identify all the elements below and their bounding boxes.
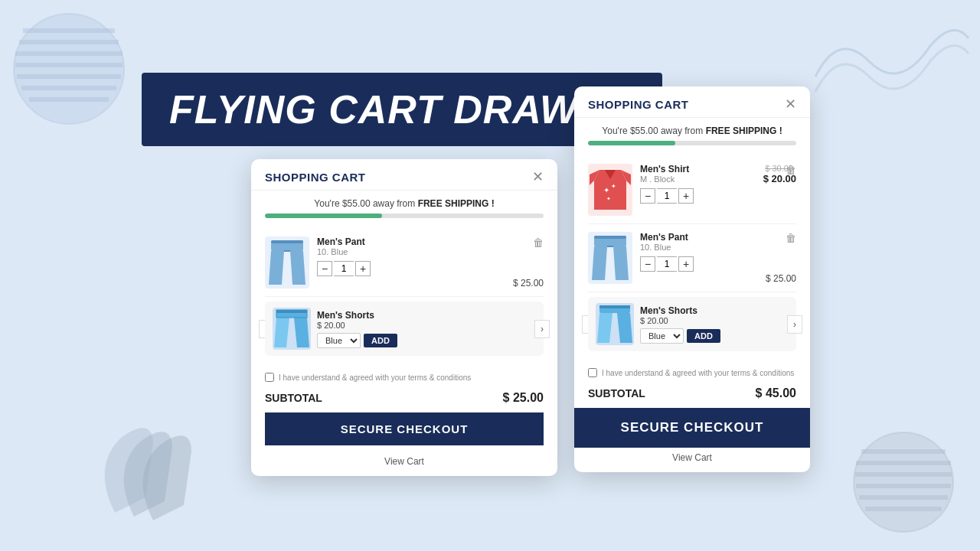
item-delete-shirt-2[interactable]: 🗑 bbox=[786, 164, 796, 176]
shipping-text-2: You're $55.00 away from FREE SHIPPING ! bbox=[588, 126, 796, 136]
view-cart-link-2[interactable]: View Cart bbox=[574, 448, 810, 472]
qty-minus-pants-1[interactable]: − bbox=[317, 261, 332, 276]
cart-item-pants-1: Men's Pant 10. Blue − 1 + $ 25.00 🗑 bbox=[265, 229, 544, 297]
qty-plus-pants-1[interactable]: + bbox=[355, 261, 371, 276]
qty-plus-shirt-2[interactable]: + bbox=[678, 188, 694, 204]
qty-value-shirt-2: 1 bbox=[657, 188, 677, 204]
cart-title-2: SHOPPING CART bbox=[588, 98, 689, 111]
item-delete-pants-2[interactable]: 🗑 bbox=[786, 232, 796, 244]
cart-card-1: SHOPPING CART ✕ You're $55.00 away from … bbox=[251, 159, 557, 476]
qty-control-pants-2: − 1 + bbox=[640, 256, 758, 272]
shipping-bar-section-2: You're $55.00 away from FREE SHIPPING ! bbox=[574, 118, 810, 150]
svg-rect-21 bbox=[271, 240, 303, 243]
progress-bar-fill-1 bbox=[265, 214, 382, 218]
svg-text:✦: ✦ bbox=[606, 196, 611, 201]
upsell-section-2: ‹ Men's Shorts $ 20.00 bbox=[588, 297, 796, 351]
scene: FLYING CART DRAWER SHOPPING CART ✕ You'r… bbox=[0, 0, 980, 551]
upsell-color-select-1[interactable]: Blue bbox=[317, 333, 361, 348]
terms-row-1: I have understand & agreed with your ter… bbox=[251, 367, 557, 386]
item-details-shirt-2: Men's Shirt M . Block − 1 + bbox=[640, 164, 756, 204]
svg-marker-23 bbox=[274, 318, 289, 347]
blob-top-left bbox=[8, 8, 138, 138]
upsell-nav-right-1[interactable]: › bbox=[534, 320, 550, 338]
svg-text:✦: ✦ bbox=[603, 186, 609, 194]
upsell-name-1: Men's Shorts bbox=[317, 310, 536, 321]
item-variant-shirt-2: M . Block bbox=[640, 174, 756, 184]
terms-checkbox-1[interactable] bbox=[265, 373, 274, 382]
checkout-button-2[interactable]: SECURE CHECKOUT bbox=[574, 408, 810, 448]
subtotal-row-1: SUBTOTAL $ 25.00 bbox=[251, 386, 557, 412]
cart-item-pants-2: Men's Pant 10. Blue − 1 + $ 25.00 🗑 bbox=[588, 224, 796, 292]
view-cart-link-1[interactable]: View Cart bbox=[251, 452, 557, 476]
svg-rect-25 bbox=[276, 310, 307, 313]
item-variant-pants-1: 10. Blue bbox=[317, 247, 505, 256]
item-details-pants-1: Men's Pant 10. Blue − 1 + bbox=[317, 236, 505, 276]
upsell-controls-1: Blue ADD bbox=[317, 333, 536, 348]
upsell-controls-2: Blue ADD bbox=[640, 328, 789, 344]
terms-label-1: I have understand & agreed with your ter… bbox=[279, 373, 471, 382]
qty-control-shirt-2: − 1 + bbox=[640, 188, 756, 204]
progress-bar-fill-2 bbox=[588, 141, 675, 145]
item-name-shirt-2: Men's Shirt bbox=[640, 164, 756, 174]
shipping-bar-section-1: You're $55.00 away from FREE SHIPPING ! bbox=[251, 191, 557, 223]
cart-title-1: SHOPPING CART bbox=[265, 171, 366, 184]
qty-plus-pants-2[interactable]: + bbox=[678, 256, 694, 272]
upsell-info-2: Men's Shorts $ 20.00 Blue ADD bbox=[640, 305, 789, 344]
upsell-row-1: Men's Shorts $ 20.00 Blue ADD bbox=[265, 302, 544, 356]
cart-items-1: Men's Pant 10. Blue − 1 + $ 25.00 🗑 ‹ bbox=[251, 223, 557, 367]
subtotal-row-2: SUBTOTAL $ 45.00 bbox=[574, 382, 810, 408]
upsell-price-1: $ 20.00 bbox=[317, 321, 536, 330]
qty-control-pants-1: − 1 + bbox=[317, 261, 505, 276]
upsell-image-1 bbox=[273, 308, 311, 350]
squiggle-top-right bbox=[808, 15, 976, 138]
terms-row-2: I have understand & agreed with your ter… bbox=[574, 362, 810, 382]
svg-rect-38 bbox=[594, 236, 626, 239]
terms-checkbox-2[interactable] bbox=[588, 368, 597, 377]
page-title: FLYING CART DRAWER bbox=[169, 86, 635, 132]
upsell-info-1: Men's Shorts $ 20.00 Blue ADD bbox=[317, 310, 536, 348]
item-price-pants-2: $ 25.00 bbox=[766, 273, 796, 284]
item-price-pants-1: $ 25.00 bbox=[513, 278, 544, 289]
upsell-add-button-1[interactable]: ADD bbox=[364, 334, 397, 347]
svg-marker-24 bbox=[294, 318, 309, 347]
upsell-name-2: Men's Shorts bbox=[640, 305, 789, 316]
cart-header-1: SHOPPING CART ✕ bbox=[251, 159, 557, 191]
subtotal-label-1: SUBTOTAL bbox=[265, 392, 322, 404]
item-name-pants-1: Men's Pant bbox=[317, 236, 505, 247]
upsell-nav-right-2[interactable]: › bbox=[787, 315, 802, 334]
upsell-price-2: $ 20.00 bbox=[640, 316, 789, 325]
svg-text:✦: ✦ bbox=[611, 183, 616, 190]
qty-minus-pants-2[interactable]: − bbox=[640, 256, 655, 272]
item-delete-pants-1[interactable]: 🗑 bbox=[533, 236, 544, 249]
subtotal-label-2: SUBTOTAL bbox=[588, 387, 645, 399]
item-name-pants-2: Men's Pant bbox=[640, 232, 758, 243]
svg-marker-40 bbox=[597, 313, 612, 343]
close-button-2[interactable]: ✕ bbox=[785, 97, 796, 111]
checkout-button-1[interactable]: SECURE CHECKOUT bbox=[265, 412, 544, 445]
qty-minus-shirt-2[interactable]: − bbox=[640, 188, 655, 204]
item-image-shirt-2: ✦ ✦ ✦ bbox=[588, 164, 632, 216]
item-details-pants-2: Men's Pant 10. Blue − 1 + bbox=[640, 232, 758, 272]
subtotal-value-1: $ 25.00 bbox=[503, 391, 544, 405]
cart-card-2: SHOPPING CART ✕ You're $55.00 away from … bbox=[574, 86, 810, 472]
item-image-pants-1 bbox=[265, 236, 309, 289]
svg-rect-42 bbox=[599, 305, 630, 308]
upsell-row-2: Men's Shorts $ 20.00 Blue ADD bbox=[588, 297, 796, 351]
svg-marker-36 bbox=[613, 246, 629, 280]
cart-item-shirt-2: ✦ ✦ ✦ Men's Shirt M . Block − 1 + $ 30.0… bbox=[588, 156, 796, 224]
cart-items-2: ✦ ✦ ✦ Men's Shirt M . Block − 1 + $ 30.0… bbox=[574, 150, 810, 362]
upsell-image-2 bbox=[596, 303, 634, 345]
progress-bar-bg-2 bbox=[588, 141, 796, 145]
shipping-text-1: You're $55.00 away from FREE SHIPPING ! bbox=[265, 198, 544, 209]
svg-marker-18 bbox=[269, 251, 284, 285]
blob-bottom-left bbox=[92, 406, 214, 528]
subtotal-value-2: $ 45.00 bbox=[756, 386, 796, 400]
close-button-1[interactable]: ✕ bbox=[532, 170, 544, 184]
blob-bottom-right bbox=[804, 383, 957, 536]
svg-marker-41 bbox=[617, 313, 632, 343]
upsell-section-1: ‹ Men's Shorts $ 20.00 bbox=[265, 302, 544, 356]
cart-header-2: SHOPPING CART ✕ bbox=[574, 86, 810, 118]
upsell-color-select-2[interactable]: Blue bbox=[640, 328, 684, 344]
upsell-add-button-2[interactable]: ADD bbox=[687, 329, 720, 343]
terms-label-2: I have understand & agreed with your ter… bbox=[602, 369, 794, 377]
